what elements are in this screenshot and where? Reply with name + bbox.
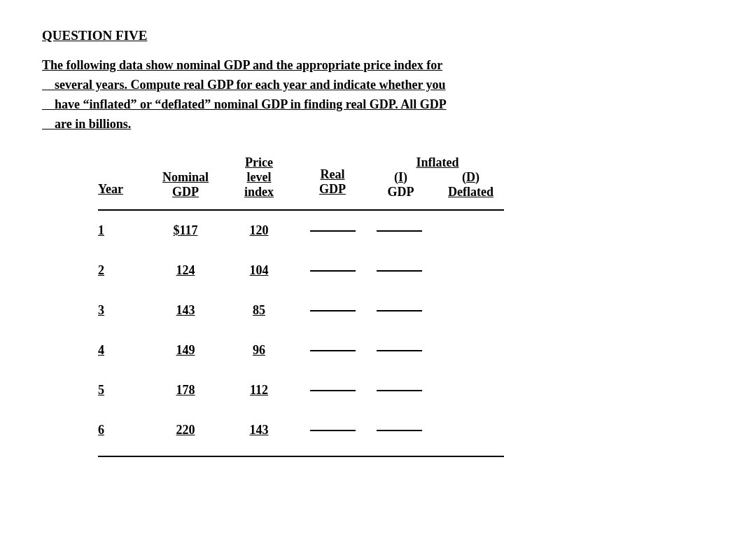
question-body: The following data show nominal GDP and … [42,56,714,134]
table-row: 3 143 85 [98,290,714,330]
cell-year: 5 [98,383,150,398]
cell-inflated [368,343,430,358]
header-inflated-deflated: Inflated (I) (D) GDP Deflated [368,155,507,200]
table-row: 5 178 112 [98,370,714,410]
cell-real [298,263,368,278]
cell-year: 6 [98,423,150,438]
cell-price: 112 [220,383,298,398]
cell-nominal: $117 [150,223,220,238]
cell-nominal: 149 [150,343,220,358]
cell-inflated [368,223,430,238]
cell-nominal: 143 [150,303,220,318]
table-row: 4 149 96 [98,330,714,370]
cell-real [298,303,368,318]
cell-nominal: 178 [150,383,220,398]
table-body: 1 $117 120 2 124 104 3 143 85 4 149 96 [98,211,714,450]
table-header: Year Nominal GDP Price level index Real … [98,155,714,206]
cell-real [298,223,368,238]
cell-nominal: 220 [150,423,220,438]
cell-price: 120 [220,223,298,238]
header-price-level: Price level index [220,155,298,200]
cell-year: 1 [98,223,150,238]
header-year: Year [98,182,150,200]
header-nominal-gdp: Nominal GDP [150,170,220,200]
table-row: 2 124 104 [98,251,714,290]
cell-inflated [368,263,430,278]
cell-inflated [368,303,430,318]
cell-price: 96 [220,343,298,358]
cell-price: 104 [220,263,298,278]
cell-real [298,423,368,438]
table-row: 6 220 143 [98,410,714,450]
gdp-table: Year Nominal GDP Price level index Real … [98,155,714,457]
bottom-divider [98,456,504,457]
question-title: QUESTION FIVE [42,28,714,43]
cell-inflated [368,423,430,438]
table-row: 1 $117 120 [98,211,714,251]
cell-year: 4 [98,343,150,358]
cell-real [298,383,368,398]
cell-nominal: 124 [150,263,220,278]
header-real-gdp: Real GDP [298,167,368,200]
cell-year: 2 [98,263,150,278]
cell-price: 85 [220,303,298,318]
cell-year: 3 [98,303,150,318]
cell-inflated [368,383,430,398]
cell-price: 143 [220,423,298,438]
cell-real [298,343,368,358]
